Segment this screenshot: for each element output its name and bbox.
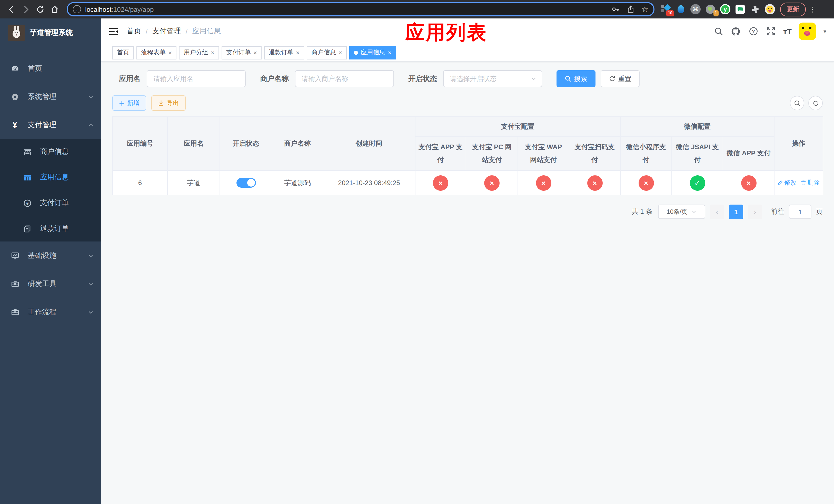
page-annotation-title: 应用列表: [405, 20, 487, 46]
goto-page-input[interactable]: [789, 205, 811, 219]
sidebar-item-merchant-info[interactable]: 商户信息: [0, 139, 101, 165]
sidebar-item-app-info[interactable]: 应用信息: [0, 165, 101, 190]
col-app-name: 应用名: [168, 117, 220, 171]
filter-status-label: 开启状态: [408, 74, 437, 83]
table-refresh-button[interactable]: [808, 96, 823, 110]
status-wechat-app-icon: ×: [741, 175, 756, 191]
document-icon: [23, 224, 32, 233]
close-icon[interactable]: ×: [254, 49, 257, 56]
browser-back-button[interactable]: [4, 2, 19, 17]
tag-app-info[interactable]: 应用信息×: [349, 46, 396, 59]
delete-button[interactable]: 删除: [801, 179, 820, 187]
extensions-puzzle-icon[interactable]: [750, 4, 760, 14]
enabled-toggle[interactable]: [236, 178, 256, 188]
trash-icon: [801, 180, 806, 186]
sidebar-collapse-icon[interactable]: [109, 27, 118, 36]
reset-button[interactable]: 重置: [601, 70, 640, 87]
close-icon[interactable]: ×: [388, 49, 391, 56]
sidebar-item-infra[interactable]: 基础设施: [0, 242, 101, 270]
extension-y-icon[interactable]: y: [720, 4, 730, 14]
tag-refund-orders[interactable]: 退款订单×: [264, 46, 304, 59]
app-logo[interactable]: 芋道管理系统: [0, 19, 101, 47]
table-toolbar: 新增 导出: [112, 95, 823, 111]
status-alipay-app-icon: ×: [433, 175, 448, 191]
logo-image: [8, 25, 25, 41]
apps-table: 应用编号 应用名 开启状态 商户名称 创建时间 支付宝配置 微信配置 操作 支付…: [112, 116, 823, 196]
close-icon[interactable]: ×: [296, 49, 300, 56]
breadcrumb-current: 应用信息: [192, 27, 221, 36]
col-group-alipay: 支付宝配置: [415, 117, 620, 137]
sidebar-item-workflow[interactable]: 工作流程: [0, 298, 101, 326]
search-button[interactable]: 搜索: [556, 70, 595, 87]
tag-pay-orders[interactable]: 支付订单×: [222, 46, 262, 59]
breadcrumb-home[interactable]: 首页: [127, 27, 141, 36]
close-icon[interactable]: ×: [211, 49, 214, 56]
col-wechat-mini: 微信小程序支付: [620, 137, 672, 171]
extension-recorder-icon[interactable]: 1: [705, 4, 716, 14]
merchant-name-input[interactable]: [295, 70, 394, 87]
chevron-down-icon: [88, 309, 94, 315]
tag-user-group[interactable]: 用户分组×: [179, 46, 219, 59]
browser-forward-button[interactable]: [19, 2, 33, 17]
tag-process-form[interactable]: 流程表单×: [136, 46, 176, 59]
fullscreen-icon[interactable]: [766, 26, 776, 37]
sidebar: 芋道管理系统 首页 系统管理 ¥ 支付管理: [0, 19, 101, 504]
help-icon[interactable]: ?: [748, 26, 759, 37]
table-search-toggle-button[interactable]: [790, 96, 804, 110]
gear-icon: [10, 92, 20, 101]
sidebar-item-label: 基础设施: [28, 251, 80, 260]
sidebar-item-system[interactable]: 系统管理: [0, 83, 101, 111]
chevron-up-icon: [88, 122, 94, 128]
navbar: 首页 / 支付管理 / 应用信息 应用列表 ? т: [101, 19, 834, 44]
github-icon[interactable]: [731, 26, 741, 37]
status-select[interactable]: 请选择开启状态: [443, 70, 542, 87]
extension-chat-icon[interactable]: [735, 4, 745, 14]
close-icon[interactable]: ×: [168, 49, 172, 56]
prev-page-button[interactable]: ‹: [710, 205, 724, 219]
bookmark-star-icon[interactable]: ☆: [641, 5, 648, 14]
sidebar-item-label: 首页: [28, 64, 94, 73]
profile-avatar-icon[interactable]: [765, 4, 775, 14]
add-button[interactable]: 新增: [112, 95, 146, 111]
tag-merchant-info[interactable]: 商户信息×: [307, 46, 347, 59]
sidebar-item-pay[interactable]: ¥ 支付管理: [0, 111, 101, 139]
page-size-select[interactable]: 10条/页: [658, 205, 705, 219]
sidebar-item-refund-orders[interactable]: 退款订单: [0, 216, 101, 242]
chevron-down-icon: [88, 253, 94, 259]
browser-home-button[interactable]: [47, 2, 62, 17]
share-icon[interactable]: [627, 5, 634, 13]
sidebar-item-label: 商户信息: [40, 147, 94, 156]
extension-command-icon[interactable]: ⌘: [690, 4, 701, 14]
edit-button[interactable]: 修改: [777, 179, 796, 187]
table-row: 6 芋道 芋道源码 2021-10-23 08:49:25 × × × × × …: [113, 171, 823, 196]
col-app-id: 应用编号: [113, 117, 168, 171]
tags-view-bar: 首页 流程表单× 用户分组× 支付订单× 退款订单× 商户信息× 应用信息×: [101, 44, 834, 62]
chevron-down-icon: [88, 94, 94, 100]
browser-update-button[interactable]: 更新: [780, 2, 806, 16]
password-key-icon[interactable]: [611, 5, 619, 13]
page-1-button[interactable]: 1: [729, 205, 743, 219]
font-size-icon[interactable]: тT: [783, 27, 792, 36]
site-info-icon[interactable]: i: [73, 5, 81, 13]
tag-home[interactable]: 首页: [112, 46, 134, 59]
extension-balloon-icon[interactable]: [676, 4, 686, 14]
sidebar-item-home[interactable]: 首页: [0, 54, 101, 83]
col-alipay-app: 支付宝 APP 支付: [415, 137, 466, 171]
export-button[interactable]: 导出: [151, 95, 186, 111]
close-icon[interactable]: ×: [338, 49, 342, 56]
user-avatar[interactable]: [799, 23, 816, 40]
breadcrumb-pay[interactable]: 支付管理: [152, 27, 181, 36]
browser-reload-button[interactable]: [33, 2, 47, 17]
filter-form: 应用名 商户名称 开启状态 请选择开启状态 搜索 重置: [119, 70, 834, 87]
browser-menu-icon[interactable]: ⋮: [809, 5, 816, 13]
toolbox-icon: [10, 307, 20, 317]
extension-diamond-icon[interactable]: 10: [661, 4, 671, 14]
sidebar-item-devtools[interactable]: 研发工具: [0, 270, 101, 298]
col-alipay-wap: 支付宝 WAP 网站支付: [518, 137, 569, 171]
sidebar-item-pay-orders[interactable]: ¥ 支付订单: [0, 190, 101, 216]
caret-down-icon[interactable]: ▾: [824, 28, 826, 35]
header-search-icon[interactable]: [714, 26, 724, 37]
app-name-input[interactable]: [147, 70, 246, 87]
address-bar[interactable]: i localhost:1024/pay/app ☆: [67, 2, 655, 17]
next-page-button[interactable]: ›: [748, 205, 762, 219]
